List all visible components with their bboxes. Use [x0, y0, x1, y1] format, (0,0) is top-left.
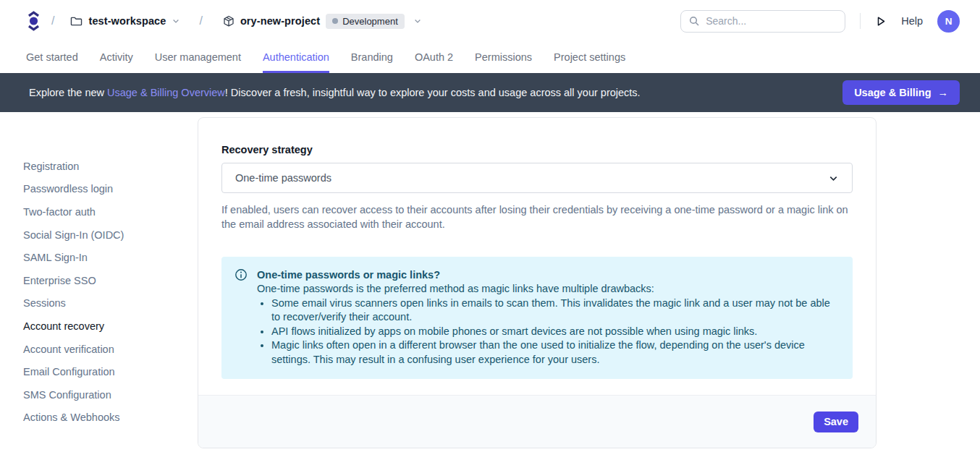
- divider: [860, 13, 861, 29]
- sidebar-item-passwordless-login[interactable]: Passwordless login: [23, 178, 179, 201]
- recovery-strategy-value: One-time passwords: [235, 172, 331, 184]
- chevron-down-icon: [828, 173, 839, 184]
- search-input[interactable]: [706, 15, 837, 27]
- workspace-name: test-workspace: [88, 15, 166, 27]
- environment-badge: Development: [326, 14, 405, 29]
- project-switcher[interactable]: ory-new-project Development: [223, 14, 422, 29]
- breadcrumb-separator: /: [51, 14, 54, 27]
- sidebar-item-sms-configuration[interactable]: SMS Configuration: [23, 383, 179, 406]
- tab-activity[interactable]: Activity: [100, 42, 133, 73]
- account-recovery-card: Recovery strategy One-time passwords If …: [198, 117, 876, 448]
- callout-bullet: API flows initialized by apps on mobile …: [271, 325, 838, 339]
- card-footer: Save: [198, 395, 876, 448]
- callout-content: One-time passwords or magic links? One-t…: [257, 268, 838, 367]
- chevron-down-icon: [413, 17, 422, 25]
- project-nav-tabs: Get started Activity User management Aut…: [0, 42, 980, 73]
- ory-logo-icon[interactable]: [26, 10, 41, 32]
- tab-authentication[interactable]: Authentication: [263, 42, 329, 73]
- search-bar[interactable]: [680, 10, 845, 33]
- info-callout: One-time passwords or magic links? One-t…: [221, 257, 853, 379]
- sidebar-item-actions-webhooks[interactable]: Actions & Webhooks: [23, 406, 179, 430]
- callout-title: One-time passwords or magic links?: [257, 268, 838, 282]
- breadcrumb-separator: /: [199, 14, 202, 27]
- recovery-description: If enabled, users can recover access to …: [221, 202, 853, 231]
- sidebar-item-sessions[interactable]: Sessions: [23, 292, 179, 315]
- sidebar-item-social-sign-in[interactable]: Social Sign-In (OIDC): [23, 223, 179, 247]
- usage-billing-button[interactable]: Usage & Billing →: [842, 80, 960, 105]
- info-icon: [235, 268, 248, 367]
- recovery-strategy-select[interactable]: One-time passwords: [221, 163, 853, 193]
- authentication-sidebar: Registration Passwordless login Two-fact…: [23, 155, 179, 429]
- folder-icon: [70, 16, 83, 27]
- project-name: ory-new-project: [240, 15, 320, 27]
- usage-billing-button-label: Usage & Billing: [854, 87, 931, 98]
- tab-branding[interactable]: Branding: [351, 42, 393, 73]
- sidebar-item-saml-sign-in[interactable]: SAML Sign-In: [23, 246, 179, 269]
- sidebar-item-email-configuration[interactable]: Email Configuration: [23, 360, 179, 383]
- callout-intro: One-time passwords is the preferred meth…: [257, 282, 838, 297]
- banner-text-suffix: ! Discover a fresh, insightful way to ex…: [225, 87, 641, 98]
- banner-text-prefix: Explore the new: [29, 87, 107, 98]
- play-icon[interactable]: [875, 15, 887, 27]
- callout-bullet: Magic links often open in a different br…: [271, 338, 838, 367]
- chevron-down-icon: [172, 17, 180, 25]
- search-icon: [688, 15, 700, 27]
- usage-billing-banner: Explore the new Usage & Billing Overview…: [0, 73, 980, 112]
- sidebar-item-account-verification[interactable]: Account verification: [23, 338, 179, 361]
- top-bar: / test-workspace / ory-new-project Devel…: [0, 0, 980, 42]
- sidebar-item-account-recovery[interactable]: Account recovery: [23, 315, 179, 338]
- tab-project-settings[interactable]: Project settings: [554, 42, 625, 73]
- arrow-right-icon: →: [938, 87, 949, 98]
- environment-dot-icon: [332, 18, 338, 24]
- banner-text: Explore the new Usage & Billing Overview…: [29, 87, 641, 98]
- avatar[interactable]: N: [937, 10, 960, 33]
- help-link[interactable]: Help: [901, 15, 923, 27]
- tab-get-started[interactable]: Get started: [26, 42, 78, 73]
- callout-bullet: Some email virus scanners open links in …: [271, 297, 838, 325]
- tab-oauth2[interactable]: OAuth 2: [415, 42, 453, 73]
- authentication-page: Registration Passwordless login Two-fact…: [0, 112, 980, 452]
- tab-user-management[interactable]: User management: [155, 42, 241, 73]
- callout-bullet-list: Some email virus scanners open links in …: [257, 297, 838, 367]
- breadcrumb: / test-workspace / ory-new-project Devel…: [26, 10, 422, 32]
- sidebar-item-registration[interactable]: Registration: [23, 155, 179, 178]
- workspace-switcher[interactable]: test-workspace: [70, 15, 180, 27]
- usage-billing-overview-link[interactable]: Usage & Billing Overview: [107, 87, 225, 98]
- environment-label: Development: [342, 16, 398, 27]
- sidebar-item-enterprise-sso[interactable]: Enterprise SSO: [23, 269, 179, 292]
- package-icon: [223, 15, 235, 27]
- recovery-strategy-label: Recovery strategy: [221, 144, 853, 155]
- tab-permissions[interactable]: Permissions: [475, 42, 532, 73]
- sidebar-item-two-factor-auth[interactable]: Two-factor auth: [23, 200, 179, 223]
- save-button[interactable]: Save: [814, 412, 858, 432]
